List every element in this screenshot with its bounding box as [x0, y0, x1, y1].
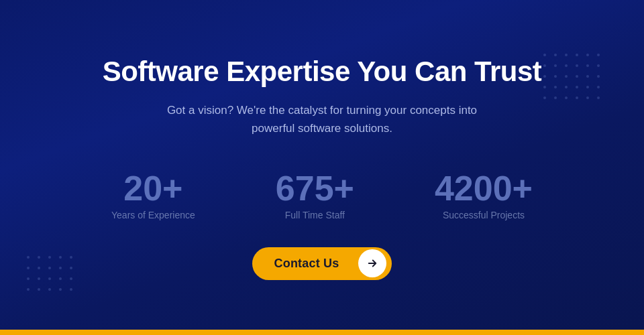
stat-label-projects: Successful Projects — [435, 210, 533, 220]
cta-wrapper: Contact Us — [252, 247, 391, 280]
contact-us-label: Contact Us — [252, 247, 358, 280]
arrow-right-icon — [358, 249, 386, 277]
gold-accent-bar — [0, 330, 644, 335]
hero-subtitle: Got a vision? We're the catalyst for tur… — [148, 101, 496, 137]
page-wrapper: Software Expertise You Can Trust Got a v… — [0, 0, 644, 335]
stat-number-experience: 20+ — [111, 171, 195, 206]
hero-title: Software Expertise You Can Trust — [103, 55, 542, 88]
stat-number-projects: 4200+ — [435, 171, 533, 206]
stat-item-projects: 4200+ Successful Projects — [435, 171, 533, 220]
decorative-dots-bottom-left — [27, 256, 76, 295]
hero-content: Software Expertise You Can Trust Got a v… — [103, 55, 542, 171]
stat-item-staff: 675+ Full Time Staff — [276, 171, 354, 220]
stat-number-staff: 675+ — [276, 171, 354, 206]
stat-item-experience: 20+ Years of Experience — [111, 171, 195, 220]
stat-label-staff: Full Time Staff — [276, 210, 354, 220]
stat-label-experience: Years of Experience — [111, 210, 195, 220]
decorative-dots-top-right — [543, 54, 604, 103]
contact-us-button[interactable]: Contact Us — [252, 247, 391, 280]
stats-row: 20+ Years of Experience 675+ Full Time S… — [111, 171, 533, 220]
arrow-svg — [366, 257, 378, 269]
